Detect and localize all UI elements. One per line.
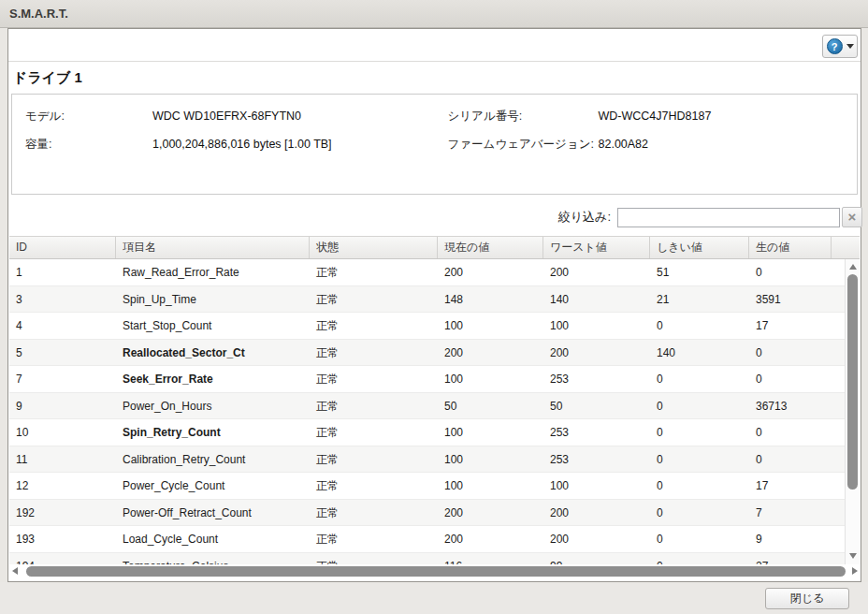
table-body: 1Raw_Read_Error_Rate正常2002005103Spin_Up_… (9, 259, 860, 564)
cell-raw: 0 (749, 259, 832, 285)
dialog-footer: 閉じる (0, 582, 868, 614)
cell-status: 正常 (310, 473, 438, 499)
cell-id: 1 (9, 259, 116, 285)
cell-status: 正常 (310, 313, 438, 339)
cell-raw: 27 (749, 553, 832, 565)
cell-raw: 3591 (749, 286, 832, 313)
window-title: S.M.A.R.T. (9, 7, 68, 21)
cell-worst: 200 (543, 340, 650, 366)
vertical-scrollbar[interactable] (845, 259, 861, 564)
horizontal-scroll-thumb[interactable] (26, 566, 846, 577)
cell-threshold: 0 (650, 446, 749, 473)
column-header-status[interactable]: 状態 (310, 237, 438, 258)
close-button[interactable]: 閉じる (765, 588, 849, 609)
table-row[interactable]: 192Power-Off_Retract_Count正常20020007 (9, 500, 860, 527)
table-row[interactable]: 194Temperature_Celsius正常11699027 (9, 553, 860, 565)
cell-threshold: 0 (650, 473, 749, 499)
cell-name: Load_Cycle_Count (116, 526, 310, 552)
table-header: ID 項目名 状態 現在の値 ワースト値 しきい値 生の値 (9, 236, 860, 259)
dialog-body: ? ドライブ 1 モデル: WDC WD10EFRX-68FYTN0 容量: 1… (7, 28, 861, 582)
cell-name: Power_Cycle_Count (116, 473, 310, 499)
cell-name: Calibration_Retry_Count (116, 446, 310, 473)
cell-worst: 253 (543, 366, 650, 392)
cell-worst: 253 (543, 419, 650, 446)
table-row[interactable]: 10Spin_Retry_Count正常10025300 (9, 419, 860, 446)
cell-current: 50 (438, 393, 543, 419)
cell-current: 148 (438, 286, 543, 313)
column-header-worst[interactable]: ワースト値 (543, 237, 650, 258)
cell-worst: 200 (543, 526, 650, 552)
cell-id: 192 (9, 500, 116, 526)
table-row[interactable]: 5Reallocated_Sector_Ct正常2002001400 (9, 340, 860, 367)
table-row[interactable]: 193Load_Cycle_Count正常20020009 (9, 526, 860, 553)
column-header-current[interactable]: 現在の値 (438, 237, 543, 258)
column-header-raw[interactable]: 生の値 (749, 237, 832, 258)
cell-worst: 100 (543, 473, 650, 499)
cell-threshold: 0 (650, 553, 749, 565)
model-value: WDC WD10EFRX-68FYTN0 (152, 110, 301, 123)
cell-status: 正常 (310, 419, 438, 446)
scroll-up-icon[interactable] (849, 264, 857, 270)
table-row[interactable]: 3Spin_Up_Time正常148140213591 (9, 286, 860, 314)
cell-raw: 7 (749, 500, 832, 526)
cell-worst: 140 (543, 286, 650, 313)
filter-input[interactable] (617, 208, 840, 227)
cell-id: 12 (9, 473, 116, 499)
firmware-row: ファームウェアバージョン: 82.00A82 (435, 137, 858, 153)
help-button[interactable]: ? (822, 35, 858, 58)
clear-filter-icon[interactable]: × (842, 207, 862, 227)
table-row[interactable]: 9Power_On_Hours正常5050036713 (9, 393, 860, 420)
cell-raw: 36713 (749, 393, 832, 419)
cell-id: 5 (9, 340, 116, 366)
table-row[interactable]: 7Seek_Error_Rate正常10025300 (9, 366, 860, 393)
cell-status: 正常 (310, 340, 438, 366)
cell-id: 9 (9, 393, 116, 419)
horizontal-scrollbar[interactable] (8, 564, 861, 578)
cell-current: 100 (438, 313, 543, 339)
cell-current: 100 (438, 446, 543, 473)
firmware-label: ファームウェアバージョン: (435, 137, 599, 153)
filter-bar: 絞り込み: × (8, 206, 862, 228)
cell-worst: 50 (543, 393, 650, 419)
cell-worst: 253 (543, 446, 650, 473)
cell-name: Temperature_Celsius (116, 553, 310, 565)
table-row[interactable]: 4Start_Stop_Count正常100100017 (9, 313, 860, 340)
cell-threshold: 0 (650, 313, 749, 339)
table-row[interactable]: 11Calibration_Retry_Count正常10025300 (9, 446, 860, 474)
cell-current: 200 (438, 526, 543, 552)
cell-status: 正常 (310, 286, 438, 313)
firmware-value: 82.00A82 (599, 138, 649, 151)
cell-threshold: 0 (650, 393, 749, 419)
cell-threshold: 51 (650, 259, 749, 285)
table-row[interactable]: 1Raw_Read_Error_Rate正常200200510 (9, 259, 860, 286)
column-header-threshold[interactable]: しきい値 (650, 237, 749, 258)
serial-value: WD-WCC4J7HD8187 (599, 110, 712, 123)
cell-id: 10 (9, 419, 116, 446)
cell-name: Raw_Read_Error_Rate (116, 259, 310, 285)
vertical-scroll-thumb[interactable] (847, 274, 858, 490)
cell-threshold: 0 (650, 366, 749, 392)
help-icon: ? (827, 38, 843, 54)
column-header-name[interactable]: 項目名 (116, 237, 310, 258)
column-header-id[interactable]: ID (9, 237, 116, 258)
cell-worst: 99 (543, 553, 650, 565)
cell-current: 200 (438, 259, 543, 285)
cell-threshold: 21 (650, 286, 749, 313)
cell-name: Seek_Error_Rate (116, 366, 310, 392)
smart-dialog-window: S.M.A.R.T. ? ドライブ 1 モデル: WDC WD10EFRX-68… (0, 0, 868, 614)
cell-status: 正常 (310, 553, 438, 565)
scroll-down-icon[interactable] (849, 553, 857, 559)
cell-status: 正常 (310, 446, 438, 473)
chevron-down-icon (846, 44, 854, 49)
cell-raw: 0 (749, 340, 832, 366)
scroll-left-icon[interactable] (12, 567, 18, 575)
drive-info-panel: モデル: WDC WD10EFRX-68FYTN0 容量: 1,000,204,… (11, 94, 858, 195)
drive-heading: ドライブ 1 (13, 69, 82, 87)
cell-raw: 0 (749, 366, 832, 392)
scroll-right-icon[interactable] (852, 567, 858, 575)
table-row[interactable]: 12Power_Cycle_Count正常100100017 (9, 473, 860, 500)
cell-raw: 17 (749, 313, 832, 339)
model-label: モデル: (12, 109, 152, 124)
cell-name: Start_Stop_Count (116, 313, 310, 339)
model-row: モデル: WDC WD10EFRX-68FYTN0 (12, 109, 435, 124)
